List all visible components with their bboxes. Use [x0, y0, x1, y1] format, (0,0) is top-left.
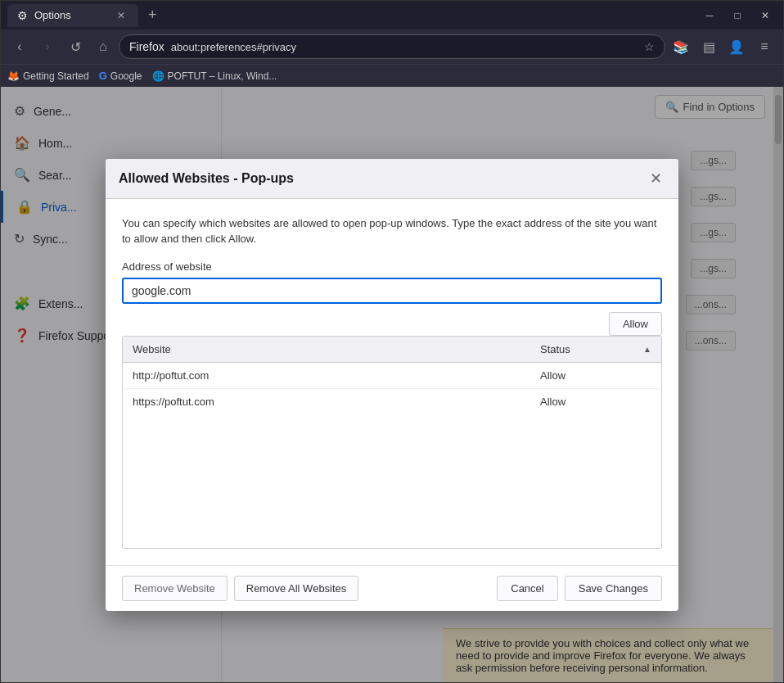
tab-title: Options: [34, 9, 71, 21]
table-row[interactable]: http://poftut.com Allow: [123, 363, 661, 389]
google-icon: G: [99, 70, 107, 82]
nav-bar: ‹ › ↺ ⌂ Firefox about:preferences#privac…: [1, 29, 783, 64]
browser-tab[interactable]: ⚙ Options ✕: [7, 4, 138, 27]
main-content: ⚙ Gene... 🏠 Hom... 🔍 Sear... 🔒 Priva... …: [1, 87, 783, 682]
title-bar: ⚙ Options ✕ + ─ □ ✕: [1, 1, 783, 29]
getting-started-icon: 🦊: [7, 70, 20, 82]
remove-website-button[interactable]: Remove Website: [122, 576, 228, 601]
table-row[interactable]: https://poftut.com Allow: [123, 389, 661, 414]
dialog-title: Allowed Websites - Pop-ups: [119, 171, 294, 186]
website-cell-2: https://poftut.com: [123, 389, 530, 414]
firefox-logo-icon: Firefox: [129, 40, 164, 53]
dialog-footer: Remove Website Remove All Websites Cance…: [106, 565, 678, 611]
refresh-button[interactable]: ↺: [63, 34, 88, 59]
allow-button[interactable]: Allow: [609, 312, 662, 336]
allowed-websites-dialog: Allowed Websites - Pop-ups ✕ You can spe…: [106, 159, 678, 611]
tab-close-btn[interactable]: ✕: [114, 8, 128, 23]
bookmark-poftut-label: POFTUT – Linux, Wind...: [168, 70, 277, 82]
bookmark-poftut[interactable]: 🌐 POFTUT – Linux, Wind...: [152, 70, 277, 82]
address-input[interactable]: [122, 278, 662, 304]
account-button[interactable]: 👤: [724, 34, 749, 59]
new-tab-button[interactable]: +: [143, 5, 162, 25]
address-bar[interactable]: Firefox about:preferences#privacy ☆: [119, 34, 665, 59]
back-button[interactable]: ‹: [7, 34, 32, 59]
status-cell-1: Allow: [530, 363, 661, 388]
dialog-close-button[interactable]: ✕: [646, 169, 665, 188]
modal-overlay: Allowed Websites - Pop-ups ✕ You can spe…: [1, 87, 783, 682]
home-button[interactable]: ⌂: [91, 34, 115, 59]
menu-button[interactable]: ≡: [752, 34, 777, 59]
poftut-icon: 🌐: [152, 70, 164, 82]
website-table-container: Website Status ▲ http://poftut.com Allow…: [122, 336, 662, 549]
tab-icon: ⚙: [17, 9, 28, 22]
website-cell-1: http://poftut.com: [123, 363, 530, 388]
forward-button[interactable]: ›: [35, 34, 60, 59]
url-display: about:preferences#privacy: [171, 41, 638, 53]
dialog-description: You can specify which websites are allow…: [122, 215, 662, 247]
status-column-header: Status ▲: [530, 337, 661, 362]
bookmark-getting-started[interactable]: 🦊 Getting Started: [7, 70, 89, 82]
maximize-button[interactable]: □: [726, 7, 749, 24]
browser-window: ⚙ Options ✕ + ─ □ ✕ ‹ › ↺ ⌂ Firefox abou…: [0, 0, 784, 683]
address-label: Address of website: [122, 260, 662, 273]
toolbar-right: 📚 ▤ 👤 ≡: [669, 34, 777, 59]
bookmark-getting-started-label: Getting Started: [23, 70, 89, 82]
library-button[interactable]: 📚: [669, 34, 693, 59]
remove-all-websites-button[interactable]: Remove All Websites: [234, 576, 359, 601]
sort-icon[interactable]: ▲: [643, 345, 651, 354]
window-controls: ─ □ ✕: [698, 7, 777, 24]
cancel-button[interactable]: Cancel: [497, 576, 557, 601]
dialog-header: Allowed Websites - Pop-ups ✕: [106, 159, 678, 199]
minimize-button[interactable]: ─: [698, 7, 721, 24]
bookmark-google-label: Google: [110, 70, 142, 82]
dialog-body: You can specify which websites are allow…: [106, 199, 678, 565]
bookmark-google[interactable]: G Google: [99, 70, 142, 82]
reader-view-button[interactable]: ▤: [696, 34, 721, 59]
window-close-button[interactable]: ✕: [754, 7, 777, 24]
bookmark-star-icon[interactable]: ☆: [644, 40, 655, 53]
table-header: Website Status ▲: [123, 337, 661, 363]
status-cell-2: Allow: [530, 389, 661, 414]
website-column-header: Website: [123, 337, 530, 362]
save-changes-button[interactable]: Save Changes: [565, 576, 662, 601]
bookmarks-bar: 🦊 Getting Started G Google 🌐 POFTUT – Li…: [1, 64, 783, 87]
